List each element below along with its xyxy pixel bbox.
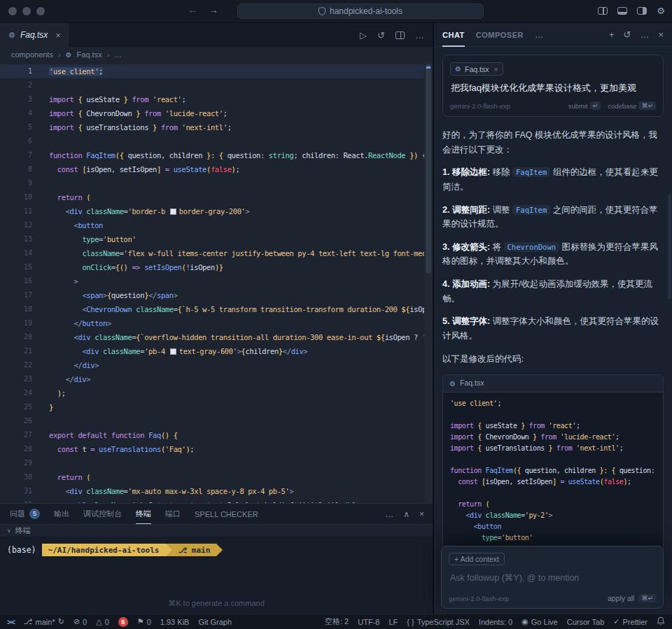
breadcrumb-symbol[interactable]: …: [114, 50, 122, 59]
code-line[interactable]: 22 </div>: [0, 358, 424, 372]
terminal-section-header[interactable]: ∨ 终端: [0, 524, 433, 537]
chat-input-card[interactable]: + Add context Ask followup (⌘Y), @ to me…: [441, 546, 664, 609]
code-line[interactable]: 29: [0, 456, 424, 470]
status-spaces[interactable]: 空格: 2: [325, 616, 349, 627]
code-line[interactable]: 30 return (: [0, 470, 424, 484]
back-arrow-icon[interactable]: ←: [188, 4, 197, 15]
editor-more-actions-icon[interactable]: …: [415, 30, 424, 41]
status-prettier[interactable]: ✓Prettier: [613, 617, 648, 626]
split-columns-layout-icon[interactable]: [598, 7, 608, 15]
split-editor-icon[interactable]: [396, 31, 405, 39]
code-line[interactable]: 13 type='button': [0, 232, 424, 246]
close-chat-icon[interactable]: ×: [658, 29, 664, 40]
status-flag-counter[interactable]: ⚑0: [137, 617, 151, 626]
timeline-history-icon[interactable]: ↺: [377, 30, 385, 41]
code-line[interactable]: 31 <div className='mx-auto max-w-3xl spa…: [0, 484, 424, 498]
status-git-branch[interactable]: ⎇main*↻: [24, 617, 64, 626]
code-line[interactable]: 14 className='flex w-full items-center j…: [0, 246, 424, 260]
code-line[interactable]: 20 <div className={`overflow-hidden tran…: [0, 330, 424, 344]
toggle-secondary-sidebar-icon[interactable]: [637, 7, 647, 15]
code-line[interactable]: 21 <div className='pb-4 text-gray-600'>{…: [0, 344, 424, 358]
editor-scrollbar[interactable]: [424, 62, 433, 503]
settings-gear-icon[interactable]: ⚙: [657, 6, 665, 15]
maximize-window-button[interactable]: [36, 7, 45, 15]
editor-scrollbar-thumb[interactable]: [426, 64, 431, 274]
input-model-label[interactable]: gemini-2.0-flash-exp: [449, 595, 509, 602]
code-line[interactable]: 26: [0, 414, 424, 428]
maximize-panel-icon[interactable]: ∧: [403, 509, 410, 519]
code-line[interactable]: 32 <h1 className='mb-8 text-center text-…: [0, 498, 424, 503]
panel-tab-problems[interactable]: 问题5: [10, 504, 40, 524]
submit-label[interactable]: submit: [568, 102, 588, 110]
code-line[interactable]: 17 <span>{question}</span>: [0, 288, 424, 302]
status-problem-count-badge[interactable]: 5: [118, 617, 128, 627]
new-chat-icon[interactable]: +: [609, 29, 615, 40]
minimize-window-button[interactable]: [22, 7, 31, 15]
forward-arrow-icon[interactable]: →: [209, 4, 218, 15]
code-line[interactable]: 12 <button: [0, 218, 424, 232]
code-line[interactable]: 3import { useState } from 'react';: [0, 92, 424, 106]
code-editor[interactable]: 1'use client';23import { useState } from…: [0, 62, 433, 503]
code-line[interactable]: 15 onClick={() => setIsOpen(!isOpen)}: [0, 260, 424, 274]
terminal-prompt[interactable]: (base) ~/AI/handpicked-ai-tools ⎇ main: [7, 544, 433, 556]
code-line[interactable]: 5import { useTranslations } from 'next-i…: [0, 120, 424, 134]
remove-context-icon[interactable]: ×: [493, 65, 498, 73]
panel-tab-ports[interactable]: 端口: [165, 504, 181, 524]
code-line[interactable]: 18 <ChevronDown className={`h-5 w-5 tran…: [0, 302, 424, 316]
code-line[interactable]: 19 </button>: [0, 316, 424, 330]
run-code-icon[interactable]: ▷: [360, 30, 367, 41]
code-line[interactable]: 9: [0, 176, 424, 190]
chat-scrollbar-thumb[interactable]: [668, 195, 671, 299]
chat-tabs-more-icon[interactable]: …: [535, 30, 543, 40]
code-line[interactable]: 27export default function Faq() {: [0, 428, 424, 442]
status-go-live[interactable]: ◉Go Live: [522, 617, 558, 626]
code-line[interactable]: 16 >: [0, 274, 424, 288]
code-line[interactable]: 23 </div>: [0, 372, 424, 386]
close-panel-icon[interactable]: ×: [419, 509, 424, 519]
status-eol[interactable]: LF: [388, 618, 398, 626]
chat-code-header[interactable]: ⚙ Faq.tsx: [443, 375, 663, 393]
panel-more-actions-icon[interactable]: …: [385, 509, 393, 519]
status-warnings[interactable]: △0: [96, 617, 109, 626]
command-center-search[interactable]: handpicked-ai-tools: [237, 3, 484, 19]
code-line[interactable]: 11 <div className='border-b border-gray-…: [0, 204, 424, 218]
tab-composer[interactable]: COMPOSER: [476, 23, 524, 47]
apply-all-button[interactable]: apply all: [608, 594, 635, 602]
chat-input[interactable]: Ask followup (⌘Y), @ to mention: [450, 572, 654, 583]
chat-more-icon[interactable]: …: [640, 29, 649, 40]
status-cursor-tab[interactable]: Cursor Tab: [567, 618, 605, 626]
panel-tab-terminal[interactable]: 终端: [136, 504, 151, 524]
chat-history-icon[interactable]: ↺: [624, 29, 631, 40]
code-line[interactable]: 7function FaqItem({ question, children }…: [0, 148, 424, 162]
code-line[interactable]: 1'use client';: [0, 64, 424, 78]
code-line[interactable]: 24 );: [0, 386, 424, 400]
status-notifications[interactable]: [657, 616, 665, 627]
status-language-mode[interactable]: { }TypeScript JSX: [407, 618, 470, 626]
status-file-size[interactable]: 1.93 KiB: [160, 618, 190, 626]
chat-scroll-area[interactable]: ⚙ Faq.tsx × 把我faq模块优化化成苹果设计格式，更加美观 gemin…: [434, 48, 672, 614]
close-window-button[interactable]: [8, 7, 17, 15]
status-indents[interactable]: Indents: 0: [479, 618, 512, 626]
context-file-chip[interactable]: ⚙ Faq.tsx ×: [450, 62, 503, 76]
code-line[interactable]: 4import { ChevronDown } from 'lucide-rea…: [0, 106, 424, 120]
code-line[interactable]: 28 const t = useTranslations('Faq');: [0, 442, 424, 456]
code-line[interactable]: 25}: [0, 400, 424, 414]
codebase-label[interactable]: codebase: [608, 102, 636, 110]
code-line[interactable]: 6: [0, 134, 424, 148]
model-label[interactable]: gemini-2.0-flash-exp: [450, 102, 510, 110]
panel-tab-output[interactable]: 输出: [54, 504, 69, 524]
tab-chat[interactable]: CHAT: [442, 23, 465, 47]
code-line[interactable]: 8 const [isOpen, setIsOpen] = useState(f…: [0, 162, 424, 176]
close-tab-icon[interactable]: ×: [55, 30, 61, 41]
editor-tab-faq[interactable]: ⚙ Faq.tsx ×: [0, 23, 70, 47]
panel-tab-debug-console[interactable]: 调试控制台: [83, 504, 122, 524]
panel-tab-spell-checker[interactable]: SPELL CHECKER: [195, 504, 258, 524]
code-line[interactable]: 10 return (: [0, 190, 424, 204]
status-git-graph[interactable]: Git Graph: [198, 618, 232, 626]
toggle-panel-layout-icon[interactable]: [617, 7, 627, 15]
status-errors[interactable]: ⊘0: [74, 617, 87, 626]
breadcrumb-components[interactable]: components: [11, 50, 53, 59]
add-context-button[interactable]: + Add context: [449, 553, 505, 565]
status-encoding[interactable]: UTF-8: [358, 618, 379, 626]
code-line[interactable]: 2: [0, 78, 424, 92]
